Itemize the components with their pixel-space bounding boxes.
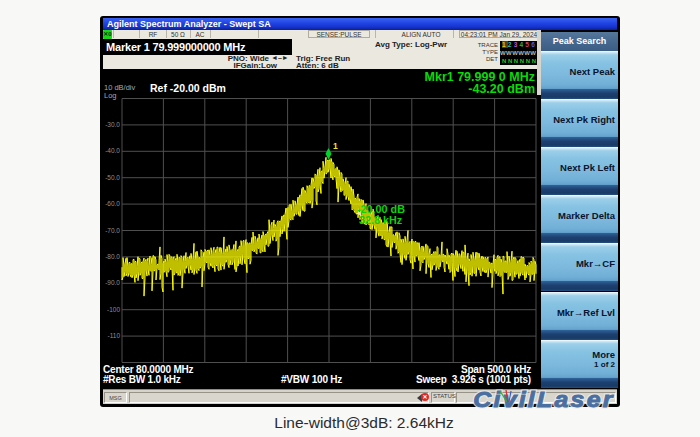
svg-text:32.8 kHz: 32.8 kHz — [359, 214, 403, 226]
svg-text:CivilLaser: CivilLaser — [473, 388, 614, 411]
svg-text:1: 1 — [333, 141, 338, 151]
